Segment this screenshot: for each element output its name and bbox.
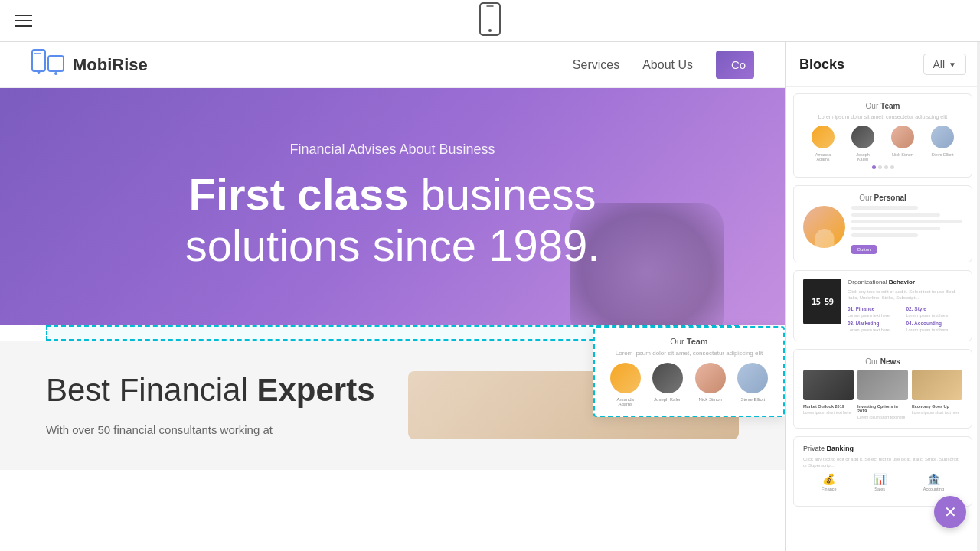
content-heading-bold: Experts (256, 372, 374, 408)
hero-section: Financial Advises About Business First c… (0, 88, 785, 325)
team-block-avatar-3 (891, 126, 914, 148)
team-avatar-2 (652, 363, 683, 393)
team-block-avatars (803, 126, 962, 148)
team-avatar-4 (737, 363, 768, 393)
blocks-panel-title: Blocks (799, 57, 844, 73)
team-block-dots (803, 165, 962, 169)
hero-title: First class business solutions since 198… (46, 169, 739, 271)
site-navbar: MobiRise Services About Us Co (0, 42, 785, 88)
team-block-micro-text: Lorem ipsum dolor sit amet, consectetur … (803, 114, 962, 119)
team-preview-avatars (604, 363, 774, 393)
nav-link-services[interactable]: Services (573, 58, 619, 72)
news-img-2 (858, 370, 908, 400)
website-preview: MobiRise Services About Us Co Financial … (0, 42, 785, 551)
main-area: MobiRise Services About Us Co Financial … (0, 42, 980, 551)
hamburger-menu[interactable] (15, 15, 32, 27)
svg-rect-3 (32, 50, 45, 71)
org-block-content: Organizational Behavior Click any text t… (848, 279, 962, 333)
team-block-avatar-4 (931, 126, 954, 148)
block-card-our-team[interactable]: Our Team Lorem ipsum dolor sit amet, con… (793, 93, 972, 178)
blocks-list: Our Team Lorem ipsum dolor sit amet, con… (786, 87, 980, 551)
close-button[interactable]: ✕ (934, 496, 966, 528)
personal-block-info: Button (851, 206, 962, 254)
top-toolbar (0, 0, 980, 42)
team-block-avatar-2 (851, 126, 874, 148)
personal-block-avatar (803, 206, 845, 248)
banking-icon-sales: 📊 Sales (874, 473, 887, 491)
block-card-inner-banking: Private Banking Click any text to edit o… (794, 437, 972, 506)
blocks-panel: Blocks All ▼ Our Team Lorem ipsum dolor … (785, 42, 980, 551)
team-preview-names: Amanda Adams Joseph Kalen Nick Simon Ste… (604, 397, 774, 406)
hero-content: Financial Advises About Business First c… (46, 142, 739, 271)
team-avatar-1 (610, 363, 641, 393)
all-filter-button[interactable]: All ▼ (923, 54, 966, 75)
block-card-inner-personal: Our Personal Button (794, 186, 972, 262)
banking-title-row: Private Banking (803, 445, 962, 452)
team-block-avatar-1 (812, 126, 835, 148)
logo-icon (31, 48, 65, 82)
team-preview-label: Our Team (604, 337, 774, 346)
svg-point-1 (488, 29, 492, 32)
content-heading: Best Financial Experts (46, 371, 377, 409)
chevron-down-icon: ▼ (949, 60, 956, 69)
personal-block-btn: Button (851, 245, 877, 254)
team-block-label: Our Team (803, 102, 962, 110)
news-img-3 (912, 370, 962, 400)
news-img-1 (803, 370, 854, 400)
news-caption-3: Economy Goes Up Lorem ipsum short text h… (912, 404, 962, 420)
org-block-items: 01. Finance Lorem ipsum text here 02. St… (848, 306, 962, 333)
team-block-dragging: Our Team Lorem ipsum dolor sit amet, con… (593, 326, 785, 417)
org-item-marketing: 03. Marketing Lorem ipsum text here (848, 321, 904, 333)
nav-link-about[interactable]: About Us (642, 58, 693, 72)
banking-icon-finance: 💰 Finance (822, 473, 837, 491)
org-block-desc: Click any text to edit or add it. Select… (848, 289, 962, 302)
org-item-accounting: 04. Accounting Lorem ipsum text here (906, 321, 963, 333)
block-card-org-behavior[interactable]: 15 59 Organizational Behavior Click any … (793, 270, 972, 341)
hero-title-solutions: solutions since 1989. (185, 220, 600, 270)
news-caption-2: Investing Options in 2019 Lorem ipsum sh… (858, 404, 908, 420)
banking-block-title: Private Banking (803, 445, 854, 452)
block-card-inner-org: 15 59 Organizational Behavior Click any … (794, 271, 972, 341)
blocks-header: Blocks All ▼ (786, 42, 980, 87)
team-avatar-3 (695, 363, 726, 393)
team-preview-sub: Lorem ipsum dolor sit amet, consectetur … (604, 350, 774, 357)
block-card-inner-news: Our News Market Outlook 2019 Lorem ipsum… (794, 350, 972, 428)
org-item-style: 02. Style Lorem ipsum text here (906, 306, 963, 318)
block-card-our-personal[interactable]: Our Personal Button (793, 185, 972, 262)
org-block-image: 15 59 (803, 279, 841, 324)
close-icon: ✕ (944, 504, 957, 520)
news-block-images (803, 370, 962, 400)
site-nav-links: Services About Us Co (573, 51, 754, 79)
site-logo: MobiRise (31, 48, 148, 82)
svg-rect-5 (48, 56, 64, 71)
team-block-names: Amanda Adams Joseph Kalen Nick Simon Ste… (803, 152, 962, 161)
org-block-inner: 15 59 Organizational Behavior Click any … (803, 279, 962, 333)
org-block-title: Organizational Behavior (848, 279, 962, 285)
nav-cta-button[interactable]: Co (716, 51, 754, 79)
content-left: Best Financial Experts With over 50 fina… (46, 371, 377, 439)
site-logo-text: MobiRise (73, 55, 148, 75)
scroll-indicator (977, 42, 980, 551)
news-block-captions: Market Outlook 2019 Lorem ipsum short te… (803, 404, 962, 420)
news-caption-1: Market Outlook 2019 Lorem ipsum short te… (803, 404, 854, 420)
block-card-inner-team: Our Team Lorem ipsum dolor sit amet, con… (794, 94, 972, 177)
svg-point-4 (38, 71, 41, 74)
hero-subtitle: Financial Advises About Business (46, 142, 739, 158)
banking-block-desc: Click any text to edit or add it. Select… (803, 456, 962, 469)
hero-title-normal: business (421, 169, 596, 219)
content-heading-normal: Best Financial (46, 372, 248, 408)
banking-icons-row: 💰 Finance 📊 Sales 🏦 Accounting (803, 473, 962, 491)
personal-block-label: Our Personal (803, 194, 962, 202)
personal-block-inner: Button (803, 206, 962, 254)
block-card-our-news[interactable]: Our News Market Outlook 2019 Lorem ipsum… (793, 349, 972, 429)
org-item-finance: 01. Finance Lorem ipsum text here (848, 306, 904, 318)
hero-title-bold: First class (189, 169, 409, 219)
banking-icon-accounting: 🏦 Accounting (923, 473, 944, 491)
svg-point-6 (54, 72, 57, 75)
phone-preview-toggle[interactable] (479, 2, 501, 39)
content-text: With over 50 financial consultants worki… (46, 421, 377, 439)
news-block-label: Our News (803, 357, 962, 366)
